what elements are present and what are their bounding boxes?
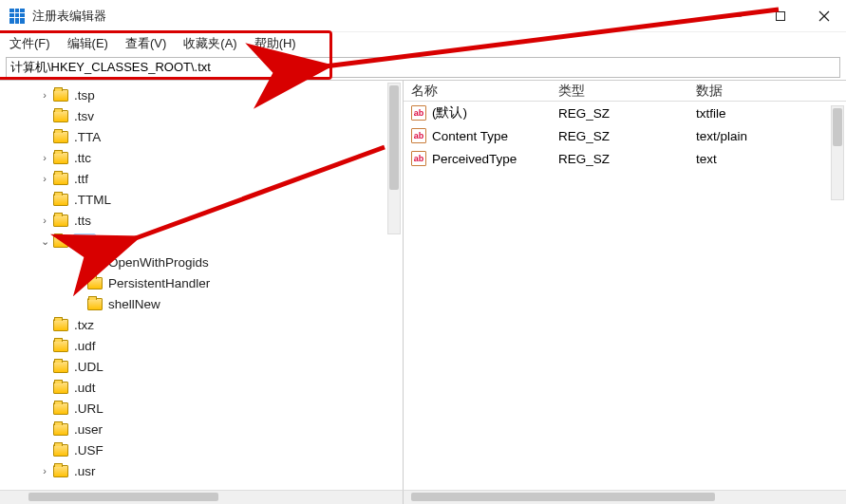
tree-item[interactable]: ›.tts xyxy=(0,210,403,231)
tree-item[interactable]: ·.udt xyxy=(0,377,403,398)
string-value-icon: ab xyxy=(411,128,426,143)
tree-pane[interactable]: ›.tsp·.tsv·.TTA›.ttc›.ttf·.TTML›.tts⌄.tx… xyxy=(0,81,404,490)
folder-icon xyxy=(53,173,68,185)
value-type: REG_SZ xyxy=(551,152,688,166)
horizontal-scrollbars xyxy=(0,490,846,504)
tree-item[interactable]: ·PersistentHandler xyxy=(0,272,403,293)
menu-view[interactable]: 查看(V) xyxy=(125,35,166,52)
svg-rect-1 xyxy=(777,11,785,20)
values-pane[interactable]: 名称 类型 数据 ab(默认)REG_SZtxtfileabContent Ty… xyxy=(404,81,846,490)
value-name: Content Type xyxy=(432,129,508,143)
tree-item-label: .udf xyxy=(74,339,96,353)
value-name: (默认) xyxy=(432,104,467,121)
menu-file[interactable]: 文件(F) xyxy=(9,35,50,52)
tree-item[interactable]: ›.tsp xyxy=(0,84,403,105)
tree-item-label: shellNew xyxy=(108,297,160,311)
maximize-button[interactable] xyxy=(759,0,802,32)
folder-icon xyxy=(53,382,68,394)
menu-help[interactable]: 帮助(H) xyxy=(254,35,296,52)
tree-item[interactable]: ·.TTML xyxy=(0,189,403,210)
tree-item[interactable]: ·.udf xyxy=(0,335,403,356)
tree-item[interactable]: ⌄.txt xyxy=(0,231,403,252)
chevron-right-icon[interactable]: › xyxy=(38,215,51,226)
value-type: REG_SZ xyxy=(551,106,688,121)
tree-item[interactable]: ›.ttf xyxy=(0,168,403,189)
tree-item-label: .TTML xyxy=(74,193,111,207)
chevron-right-icon[interactable]: › xyxy=(38,173,51,184)
tree-item[interactable]: ·.txz xyxy=(0,314,403,335)
tree-item-label: .udt xyxy=(74,381,96,395)
folder-icon xyxy=(53,402,68,415)
tree-item[interactable]: ·.TTA xyxy=(0,126,403,147)
tree-item-label: .txt xyxy=(74,234,95,249)
tree-item[interactable]: ·.UDL xyxy=(0,356,403,377)
values-header: 名称 类型 数据 xyxy=(404,81,846,102)
tree-item-label: .tsp xyxy=(74,88,95,103)
chevron-right-icon[interactable]: › xyxy=(38,89,51,101)
chevron-right-icon[interactable]: › xyxy=(38,152,51,163)
value-row[interactable]: ab(默认)REG_SZtxtfile xyxy=(404,102,846,124)
tree-item[interactable]: ·.user xyxy=(0,419,403,439)
tree-item-label: .tts xyxy=(74,214,91,228)
folder-icon xyxy=(53,319,68,331)
folder-icon xyxy=(53,235,68,248)
chevron-right-icon[interactable]: › xyxy=(38,465,51,476)
tree-item-label: .user xyxy=(74,422,103,437)
tree-item-label: PersistentHandler xyxy=(108,276,210,290)
folder-icon xyxy=(53,131,68,143)
tree-item-label: .ttc xyxy=(74,151,91,165)
tree-item[interactable]: ›.usr xyxy=(0,460,403,481)
folder-icon xyxy=(53,361,68,373)
folder-icon xyxy=(53,465,68,477)
folder-icon xyxy=(53,215,68,227)
folder-icon xyxy=(87,256,103,269)
value-data: text/plain xyxy=(688,129,846,143)
folder-icon xyxy=(53,89,68,102)
tree-item-label: .URL xyxy=(74,401,103,416)
string-value-icon: ab xyxy=(411,151,426,166)
menu-favorites[interactable]: 收藏夹(A) xyxy=(183,35,236,52)
values-vertical-scrollbar[interactable] xyxy=(831,105,844,200)
chevron-down-icon[interactable]: ⌄ xyxy=(38,235,51,248)
value-data: text xyxy=(688,152,846,166)
tree-item[interactable]: ·.tsv xyxy=(0,105,403,126)
tree-item-label: .TTA xyxy=(74,130,101,144)
column-data[interactable]: 数据 xyxy=(688,83,846,100)
column-type[interactable]: 类型 xyxy=(551,83,688,100)
address-bar[interactable]: 计算机\HKEY_CLASSES_ROOT\.txt xyxy=(6,57,840,78)
value-row[interactable]: abPerceivedTypeREG_SZtext xyxy=(404,147,846,170)
tree-item-label: .txz xyxy=(74,318,94,332)
address-path: 计算机\HKEY_CLASSES_ROOT\.txt xyxy=(10,59,211,76)
tree-item-label: .ttf xyxy=(74,172,88,186)
folder-icon xyxy=(53,152,68,164)
tree-item-label: .tsv xyxy=(74,109,94,123)
menu-bar: 文件(F) 编辑(E) 查看(V) 收藏夹(A) 帮助(H) xyxy=(0,32,846,55)
values-horizontal-scrollbar[interactable] xyxy=(404,490,846,504)
tree-item-label: .USF xyxy=(74,443,103,457)
title-bar: 注册表编辑器 xyxy=(0,0,846,32)
minimize-button[interactable] xyxy=(715,0,759,32)
tree-item[interactable]: ·.USF xyxy=(0,439,403,460)
tree-vertical-scrollbar[interactable] xyxy=(387,83,401,234)
column-name[interactable]: 名称 xyxy=(404,83,551,100)
window-title: 注册表编辑器 xyxy=(32,8,106,25)
string-value-icon: ab xyxy=(411,105,426,121)
tree-item[interactable]: ·.URL xyxy=(0,398,403,419)
tree-item[interactable]: ·shellNew xyxy=(0,293,403,314)
folder-icon xyxy=(87,298,103,310)
value-name: PerceivedType xyxy=(432,152,517,166)
tree-item-label: .UDL xyxy=(74,360,103,374)
tree-horizontal-scrollbar[interactable] xyxy=(0,490,404,504)
value-type: REG_SZ xyxy=(551,129,688,143)
folder-icon xyxy=(53,110,68,122)
folder-icon xyxy=(53,444,68,457)
tree-item-label: OpenWithProgids xyxy=(108,255,209,270)
value-row[interactable]: abContent TypeREG_SZtext/plain xyxy=(404,124,846,147)
value-data: txtfile xyxy=(688,106,846,121)
close-button[interactable] xyxy=(802,0,846,32)
tree-item[interactable]: ›.ttc xyxy=(0,147,403,168)
folder-icon xyxy=(53,423,68,436)
folder-icon xyxy=(87,277,103,289)
menu-edit[interactable]: 编辑(E) xyxy=(67,35,108,52)
tree-item[interactable]: ·OpenWithProgids xyxy=(0,252,403,272)
